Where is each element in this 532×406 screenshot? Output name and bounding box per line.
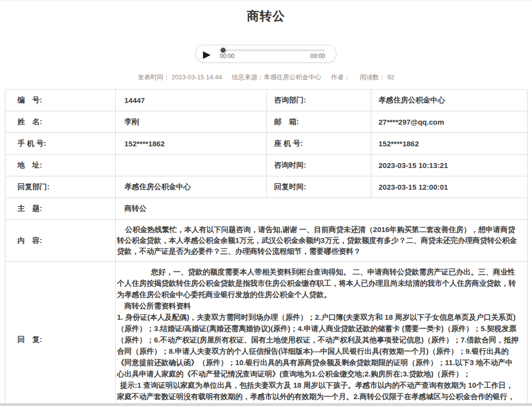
- email-value: 27****297@qq.com: [371, 111, 527, 133]
- consult-dept-value: 孝感住房公积金中心: [371, 90, 527, 111]
- name-value: 李刚: [115, 111, 266, 133]
- table-row: 姓 名: 李刚 邮 箱: 27****297@qq.com: [5, 111, 527, 133]
- table-row: 手 机 号: 152****1862 座 机 号: 152****1862: [5, 133, 527, 155]
- content-text: 公积金热线繁忙，本人有以下问题咨询，请告知,谢谢 一、目前商贷未还清（2016年…: [117, 224, 519, 257]
- reply-materials-item: 身份证(本人及配偶)，夫妻双方需同时到场办理（原件）；2.户口簿(夫妻双方和 1…: [117, 311, 519, 379]
- subject-value: 商转公: [115, 198, 527, 220]
- audio-progress-bar[interactable]: [220, 49, 325, 51]
- reply-dept-label: 回复部门:: [5, 176, 115, 198]
- reply-materials-list: 身份证(本人及配偶)，夫妻双方需同时到场办理（原件）；2.户口簿(夫妻双方和 1…: [117, 311, 519, 379]
- audio-current-time: 00:00: [220, 53, 234, 60]
- table-row: 回复部门: 孝感住房公积金中心 回复时间: 2023-03-15 12:00:0…: [5, 176, 527, 198]
- subject-label: 主 题:: [5, 198, 115, 220]
- article-meta: 发表时间： 2023-03-15 14:44 信息来源：孝感住房公积金中心 作者…: [0, 73, 532, 82]
- mobile-value: 152****1862: [115, 133, 266, 155]
- reply-paragraph-1: 您好，一、贷款的额度需要本人带相关资料到柜台查询得知。 二、申请商转公贷款需房产…: [117, 266, 519, 300]
- consultation-table: 编 号: 14447 咨询部门: 孝感住房公积金中心 姓 名: 李刚 邮 箱: …: [5, 89, 528, 406]
- table-row: 内 容: 公积金热线繁忙，本人有以下问题咨询，请告知,谢谢 一、目前商贷未还清（…: [5, 220, 527, 262]
- consult-dept-label: 咨询部门:: [266, 90, 371, 111]
- content-value: 公积金热线繁忙，本人有以下问题咨询，请告知,谢谢 一、目前商贷未还清（2016年…: [115, 220, 527, 262]
- landline-value: 152****1862: [371, 133, 527, 155]
- meta-view-count: 阅读数： 92: [360, 73, 395, 81]
- email-label: 邮 箱:: [266, 111, 371, 133]
- meta-source: 信息来源：孝感住房公积金中心: [232, 73, 321, 81]
- reply-value: 您好，一、贷款的额度需要本人带相关资料到柜台查询得知。 二、申请商转公贷款需房产…: [115, 262, 527, 406]
- reply-time-value: 2023-03-15 12:00:01: [371, 176, 527, 198]
- landline-label: 座 机 号:: [266, 133, 371, 155]
- play-icon[interactable]: ▶: [203, 49, 213, 60]
- address-value: [115, 155, 266, 176]
- table-row: 主 题: 商转公: [5, 198, 527, 220]
- name-label: 姓 名:: [5, 111, 115, 133]
- table-row: 地 址: 咨询时间: 2023-03-15 10:13:21: [5, 155, 527, 176]
- content-label: 内 容:: [5, 220, 115, 262]
- reply-time-label: 回复时间:: [266, 176, 371, 198]
- audio-player[interactable]: ▶ 00:00 00:00: [196, 45, 336, 63]
- reply-label: 回 复:: [5, 262, 115, 406]
- meta-author: 作者：: [331, 73, 350, 81]
- table-row: 回 复: 您好，一、贷款的额度需要本人带相关资料到柜台查询得知。 二、申请商转公…: [5, 262, 527, 406]
- reply-paragraph-3: 提示:1 查询证明以家庭为单位出具，包括夫妻双方及 18 周岁以下孩子。孝感市以…: [117, 379, 519, 406]
- audio-duration: 00:00: [310, 53, 325, 60]
- address-label: 地 址:: [5, 155, 115, 176]
- reply-dept-value: 孝感住房公积金中心: [115, 176, 266, 198]
- consult-time-value: 2023-03-15 10:13:21: [371, 155, 527, 176]
- table-row: 编 号: 14447 咨询部门: 孝感住房公积金中心: [5, 90, 527, 111]
- audio-progress-handle[interactable]: [221, 48, 226, 53]
- mobile-label: 手 机 号:: [5, 133, 115, 155]
- reply-paragraph-2: 商转公所需资料资料: [117, 300, 519, 311]
- serial-value: 14447: [115, 90, 266, 111]
- page-bottom-edge: [0, 403, 532, 406]
- consult-time-label: 咨询时间:: [266, 155, 371, 176]
- meta-publish-time: 发表时间： 2023-03-15 14:44: [137, 73, 222, 81]
- page-title: 商转公: [0, 8, 532, 24]
- serial-label: 编 号:: [5, 90, 115, 111]
